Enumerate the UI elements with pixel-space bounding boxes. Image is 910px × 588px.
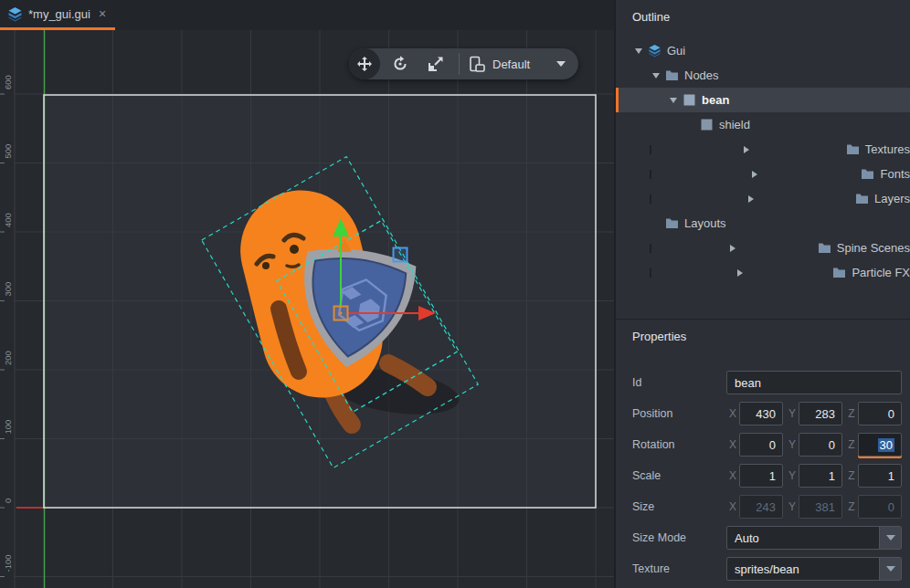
size-mode-label: Size Mode [632, 531, 726, 544]
ruler-label: -100 [3, 554, 13, 572]
chevron-down-icon[interactable] [650, 71, 661, 80]
rotation-label: Rotation [632, 438, 726, 451]
size-y-field [799, 495, 842, 519]
outline-item-nodes[interactable]: Nodes [616, 63, 910, 88]
ruler-label: 300 [3, 282, 13, 297]
size-label: Size [632, 500, 726, 513]
id-field[interactable] [726, 371, 902, 394]
folder-icon [855, 192, 869, 205]
rotation-z-selected-text: 30 [878, 438, 894, 452]
scale-tool-button[interactable] [420, 48, 451, 79]
property-row-texture: Texture sprites/bean [616, 557, 902, 581]
ruler-label: 100 [3, 420, 13, 435]
folder-icon [846, 142, 860, 156]
id-label: Id [632, 376, 726, 389]
move-tool-button[interactable] [349, 48, 380, 79]
corner-handle[interactable] [394, 248, 407, 262]
texture-dropdown[interactable]: sprites/bean [726, 557, 902, 581]
chevron-right-icon[interactable] [650, 194, 852, 204]
x-axis-label: X [726, 407, 739, 420]
chevron-right-icon[interactable] [650, 170, 857, 179]
chevron-down-icon[interactable] [632, 47, 644, 56]
scale-icon [428, 56, 444, 72]
chevron-right-icon[interactable] [650, 244, 814, 253]
size-mode-value: Auto [727, 531, 879, 545]
property-row-size-mode: Size Mode Auto [616, 526, 902, 550]
rotation-z-field[interactable]: 30 [858, 433, 902, 457]
property-row-id: Id [616, 371, 902, 394]
outline-item-spine-scenes[interactable]: Spine Scenes [616, 236, 910, 260]
move-icon [356, 56, 373, 72]
outline-item-bean[interactable]: bean [616, 88, 910, 112]
layout-selector-value: Default [492, 58, 530, 71]
folder-icon [832, 266, 846, 279]
folder-icon [665, 216, 679, 230]
y-axis-label: Y [786, 407, 799, 420]
property-row-size: Size X Y Z [616, 495, 902, 519]
dropdown-arrow-button[interactable] [879, 527, 901, 549]
scale-x-field[interactable] [739, 464, 783, 488]
side-panel: Outline Gui Nodes [614, 0, 910, 588]
chevron-right-icon[interactable] [650, 145, 842, 154]
z-axis-label: Z [845, 469, 858, 482]
box-node-icon [700, 118, 714, 131]
tab-bar: *my_gui.gui × [0, 0, 614, 30]
properties-title: Properties [616, 320, 910, 348]
expander-spacer [650, 219, 661, 228]
scene-toolbar: Default [349, 48, 578, 79]
outline-item-shield[interactable]: shield [616, 112, 910, 137]
ruler-label: 200 [3, 351, 13, 365]
chevron-down-icon [886, 566, 895, 572]
size-x-field [739, 495, 783, 519]
rotation-y-field[interactable] [799, 433, 842, 457]
texture-label: Texture [632, 562, 726, 575]
expander-spacer [684, 121, 696, 130]
texture-value: sprites/bean [727, 562, 879, 576]
outline-panel: Outline Gui Nodes [616, 0, 910, 320]
tab-title: *my_gui.gui [28, 7, 90, 21]
position-label: Position [632, 407, 726, 420]
layout-selector[interactable]: Default [468, 56, 578, 73]
size-mode-dropdown[interactable]: Auto [726, 526, 902, 550]
scale-y-field[interactable] [799, 464, 842, 488]
outline-item-textures[interactable]: Textures [616, 137, 910, 162]
outline-item-layers[interactable]: Layers [616, 186, 910, 211]
outline-title: Outline [616, 0, 910, 28]
dropdown-arrow-button[interactable] [879, 558, 901, 580]
position-x-field[interactable] [739, 402, 783, 425]
z-axis-label: Z [845, 438, 858, 451]
outline-item-gui[interactable]: Gui [616, 38, 910, 63]
scale-z-field[interactable] [858, 464, 902, 488]
z-axis-label: Z [845, 500, 858, 513]
z-axis-label: Z [845, 407, 858, 420]
folder-icon [665, 68, 679, 82]
chevron-down-icon[interactable] [667, 96, 679, 105]
position-z-field[interactable] [858, 402, 902, 425]
outline-tree: Gui Nodes bean [616, 38, 910, 285]
x-axis-label: X [726, 500, 739, 513]
rotation-x-field[interactable] [739, 433, 783, 457]
x-axis-label: X [726, 438, 739, 451]
outline-item-particle-fx[interactable]: Particle FX [616, 260, 910, 285]
y-axis-label: Y [786, 500, 799, 513]
tab-my-gui[interactable]: *my_gui.gui × [0, 0, 115, 30]
chevron-right-icon[interactable] [650, 268, 829, 278]
property-row-position: Position X Y Z [616, 402, 902, 425]
x-axis-label: X [726, 469, 739, 482]
box-node-icon [682, 93, 696, 107]
outline-item-fonts[interactable]: Fonts [616, 162, 910, 186]
size-z-field [858, 495, 902, 519]
editor-left-region: *my_gui.gui × [0, 0, 614, 588]
outline-item-layouts[interactable]: Layouts [616, 211, 910, 236]
property-row-rotation: Rotation X Y Z 30 [616, 433, 902, 457]
position-y-field[interactable] [799, 402, 842, 425]
chevron-down-icon [886, 535, 895, 541]
property-row-scale: Scale X Y Z [616, 464, 902, 488]
ruler-label: 0 [3, 499, 13, 503]
defold-editor-window: *my_gui.gui × [0, 0, 910, 588]
chevron-down-icon[interactable] [556, 61, 566, 67]
layout-device-icon [468, 56, 485, 73]
close-icon[interactable]: × [99, 7, 106, 20]
rotate-tool-button[interactable] [385, 48, 416, 79]
scene-canvas[interactable]: 600 500 400 300 200 100 0 -100 [0, 30, 614, 588]
